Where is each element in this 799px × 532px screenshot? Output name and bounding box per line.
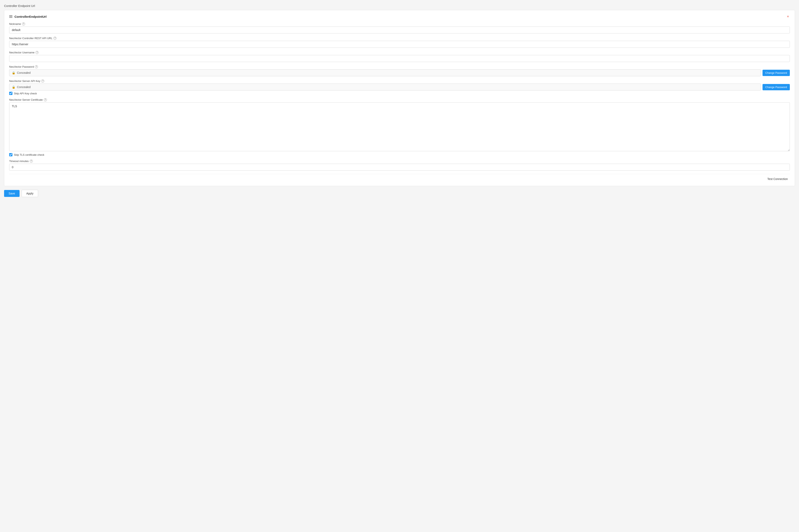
card-title: ControllerEndpointUrl (15, 15, 47, 18)
card-header: ControllerEndpointUrl × (9, 14, 790, 19)
username-field-group: NeuVector Username ? (9, 51, 790, 62)
page-title: Controller Endpoint Url (4, 4, 795, 7)
timeout-label: Timeout minutes ? (9, 159, 790, 163)
card-header-left: ControllerEndpointUrl (9, 15, 47, 18)
timeout-input[interactable] (9, 164, 790, 171)
api-key-change-button[interactable]: Change Password (762, 84, 790, 90)
controller-endpoint-card: ControllerEndpointUrl × Nickname ? NeuVe… (4, 10, 795, 186)
api-key-help-icon: ? (41, 79, 44, 82)
password-change-button[interactable]: Change Password (762, 70, 790, 76)
username-input[interactable] (9, 55, 790, 62)
skip-tls-label[interactable]: Skip TLS certificate check (14, 153, 44, 156)
api-key-field-group: NeuVector Server API Key ? 🔒 Concealed C… (9, 79, 790, 95)
api-key-row: 🔒 Concealed Change Password (9, 83, 790, 91)
page-footer: Save Apply (4, 190, 795, 197)
test-connection-button[interactable]: Test Connection (765, 176, 790, 182)
hamburger-icon[interactable] (9, 15, 13, 18)
api-key-lock-icon: 🔒 (12, 86, 15, 89)
api-key-concealed-text: Concealed (17, 86, 31, 89)
api-key-field-wrapper: 🔒 Concealed (9, 83, 761, 91)
nickname-field-group: Nickname ? (9, 22, 790, 34)
nickname-input[interactable] (9, 26, 790, 34)
apply-button[interactable]: Apply (22, 190, 38, 197)
password-row: 🔒 Concealed Change Password (9, 69, 790, 76)
password-field-group: NeuVector Password ? 🔒 Concealed Change … (9, 65, 790, 76)
certificate-label: NeuVector Server Certificate ? (9, 98, 790, 101)
timeout-field-group: Timeout minutes ? (9, 159, 790, 171)
rest-api-url-input[interactable] (9, 41, 790, 48)
password-label: NeuVector Password ? (9, 65, 790, 68)
skip-tls-checkbox[interactable] (9, 153, 13, 156)
nickname-label: Nickname ? (9, 22, 790, 25)
certificate-textarea[interactable]: TLS (9, 102, 790, 151)
card-footer: Test Connection (9, 174, 790, 182)
password-help-icon: ? (35, 65, 38, 68)
username-label: NeuVector Username ? (9, 51, 790, 54)
skip-api-key-checkbox[interactable] (9, 92, 13, 95)
skip-tls-check-row: Skip TLS certificate check (9, 153, 790, 156)
save-button[interactable]: Save (4, 190, 20, 197)
api-key-label: NeuVector Server API Key ? (9, 79, 790, 82)
timeout-help-icon: ? (30, 159, 33, 163)
skip-api-key-check-row: Skip API Key check (9, 92, 790, 95)
username-help-icon: ? (36, 51, 39, 54)
password-lock-icon: 🔒 (12, 71, 15, 74)
rest-api-url-label: NeuVector Controller REST API URL ? (9, 37, 790, 40)
password-concealed-text: Concealed (17, 71, 31, 74)
rest-api-url-help-icon: ? (53, 37, 56, 40)
rest-api-url-field-group: NeuVector Controller REST API URL ? (9, 37, 790, 48)
skip-api-key-label[interactable]: Skip API Key check (14, 92, 37, 95)
certificate-help-icon: ? (44, 98, 47, 101)
certificate-field-group: NeuVector Server Certificate ? TLS Skip … (9, 98, 790, 156)
nickname-help-icon: ? (22, 22, 25, 25)
close-button[interactable]: × (786, 14, 790, 19)
password-field-wrapper: 🔒 Concealed (9, 69, 761, 76)
